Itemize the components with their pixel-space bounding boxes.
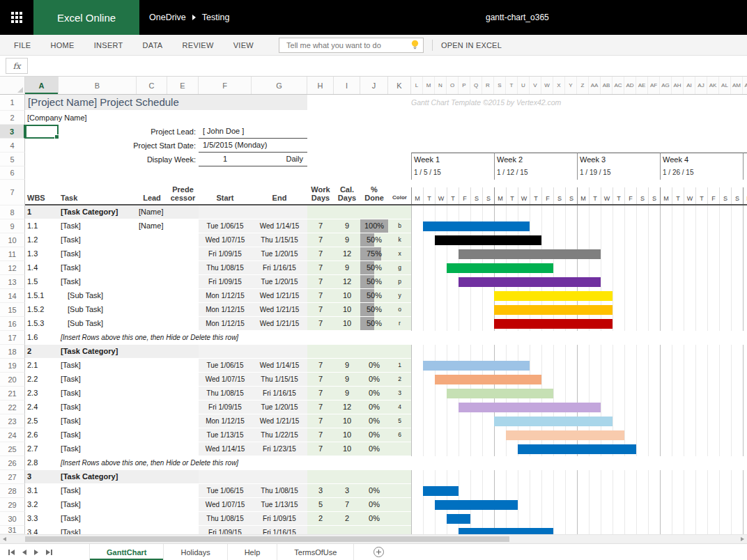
scroll-right-icon[interactable] xyxy=(741,537,744,541)
cell-lead[interactable] xyxy=(137,261,167,274)
cell-task[interactable]: [Task] xyxy=(59,261,137,274)
cell-wbs[interactable]: 3.1 xyxy=(25,484,59,497)
cell-color-code[interactable]: x xyxy=(388,247,411,260)
sheet-tab-help[interactable]: Help xyxy=(228,544,278,560)
column-header-H[interactable]: H xyxy=(307,77,334,94)
column-header-AI[interactable]: AI xyxy=(684,77,695,94)
cell-work-days[interactable]: 7 xyxy=(307,442,334,456)
cell-pct-done[interactable] xyxy=(360,470,388,483)
cell-color-code[interactable] xyxy=(388,470,411,483)
cell-cal-days[interactable] xyxy=(334,526,360,534)
cell-start-date[interactable]: Mon 1/12/15 xyxy=(199,414,252,428)
cell-start-date[interactable]: Mon 1/12/15 xyxy=(199,303,252,316)
row-header-20[interactable]: 20 xyxy=(0,373,25,387)
cell-cal-days[interactable] xyxy=(334,470,360,483)
cell-start-date[interactable]: Tue 1/13/15 xyxy=(199,428,252,442)
cell-wbs[interactable]: 1.3 xyxy=(25,247,59,260)
cell-start-date[interactable]: Thu 1/08/15 xyxy=(199,512,252,525)
cell-task[interactable]: [Task] xyxy=(59,359,137,372)
cell-end-date[interactable]: Fri 1/23/15 xyxy=(252,442,307,456)
cell-predecessor[interactable] xyxy=(167,359,199,372)
cell-lead[interactable] xyxy=(137,512,167,525)
cell-work-days[interactable]: 7 xyxy=(307,317,334,330)
project-start-date-label[interactable]: Project Start Date: xyxy=(59,139,196,153)
fx-button[interactable]: fx xyxy=(6,58,28,74)
cell-pct-done[interactable]: 50% xyxy=(360,289,388,302)
cell-task[interactable]: [Sub Task] xyxy=(59,317,137,330)
row-header-17[interactable]: 17 xyxy=(0,331,25,345)
prev-sheet-icon[interactable] xyxy=(22,550,26,555)
cell-pct-done[interactable]: 100% xyxy=(360,219,388,233)
gantt-bar[interactable] xyxy=(447,389,553,398)
cell-task[interactable]: [Task] xyxy=(59,247,137,260)
column-header-AB[interactable]: AB xyxy=(601,77,613,94)
display-week-value[interactable]: 1Daily xyxy=(199,153,307,166)
column-header-C[interactable]: C xyxy=(137,77,167,94)
row-header-11[interactable]: 11 xyxy=(0,247,25,261)
cell-lead[interactable] xyxy=(137,359,167,372)
cell-lead[interactable] xyxy=(137,317,167,330)
cell-start-date[interactable]: Tue 1/06/15 xyxy=(199,219,252,233)
ribbon-tab-file[interactable]: FILE xyxy=(4,41,40,49)
gantt-bar[interactable] xyxy=(494,291,613,301)
cell-end-date[interactable]: Fri 1/16/15 xyxy=(252,387,307,400)
cell-pct-done[interactable]: 0% xyxy=(360,512,388,525)
cell-start-date[interactable] xyxy=(199,470,252,483)
document-title[interactable]: gantt-chart_o365 xyxy=(486,13,549,22)
row-header-5[interactable]: 5 xyxy=(0,153,25,166)
cell-cal-days[interactable]: 10 xyxy=(334,442,360,456)
cell-lead[interactable] xyxy=(137,442,167,456)
cell-cal-days[interactable]: 9 xyxy=(334,233,360,247)
row-header-4[interactable]: 4 xyxy=(0,139,25,153)
row-header-28[interactable]: 28 xyxy=(0,484,25,498)
cell-end-date[interactable]: Wed 1/21/15 xyxy=(252,289,307,302)
cell-lead[interactable] xyxy=(137,526,167,534)
cell-wbs[interactable]: 3.3 xyxy=(25,512,59,525)
column-header-V[interactable]: V xyxy=(530,77,541,94)
cell-wbs[interactable]: 3 xyxy=(25,470,59,483)
cell-task[interactable]: [Task] xyxy=(59,219,137,233)
cell-cal-days[interactable]: 12 xyxy=(334,247,360,260)
column-header-X[interactable]: X xyxy=(553,77,565,94)
cell-end-date[interactable]: Tue 1/20/15 xyxy=(252,247,307,260)
display-week-mode[interactable]: Daily xyxy=(286,153,303,166)
cell-lead[interactable] xyxy=(137,470,167,483)
cell-predecessor[interactable] xyxy=(167,414,199,428)
column-header-AJ[interactable]: AJ xyxy=(695,77,707,94)
cell-task[interactable]: [Task Category] xyxy=(59,345,137,358)
gantt-bar[interactable] xyxy=(459,277,601,287)
cell-predecessor[interactable] xyxy=(167,470,199,483)
display-week-label[interactable]: Display Week: xyxy=(59,153,196,166)
cell-color-code[interactable]: b xyxy=(388,219,411,233)
sheet-title-cell[interactable]: [Project Name] Project Schedule xyxy=(25,95,307,110)
column-header-K[interactable]: K xyxy=(388,77,411,94)
row-header-2[interactable]: 2 xyxy=(0,111,25,125)
project-start-date-value[interactable]: 1/5/2015 (Monday) xyxy=(199,139,307,153)
cell-pct-done[interactable]: 50% xyxy=(360,275,388,288)
cell-predecessor[interactable] xyxy=(167,275,199,288)
cell-wbs[interactable]: 1.5.2 xyxy=(25,303,59,316)
next-sheet-icon[interactable] xyxy=(34,550,38,555)
row-header-1[interactable]: 1 xyxy=(0,95,25,111)
cell-color-code[interactable]: 5 xyxy=(388,414,411,428)
column-header-I[interactable]: I xyxy=(334,77,360,94)
cell-start-date[interactable]: Wed 1/07/15 xyxy=(199,373,252,386)
cell-end-date[interactable]: Tue 1/20/15 xyxy=(252,275,307,288)
cell-task[interactable]: [Task Category] xyxy=(59,205,137,219)
cell-color-code[interactable]: r xyxy=(388,317,411,330)
cell-task[interactable]: [Task Category] xyxy=(59,470,137,483)
cell-wbs[interactable]: 1.1 xyxy=(25,219,59,233)
column-header-A[interactable]: A xyxy=(25,77,59,94)
column-header-AM[interactable]: AM xyxy=(731,77,743,94)
cell-task[interactable]: [Task] xyxy=(59,512,137,525)
row-header-14[interactable]: 14 xyxy=(0,289,25,303)
ribbon-tab-review[interactable]: REVIEW xyxy=(173,41,224,49)
cell-start-date[interactable]: Fri 1/09/15 xyxy=(199,247,252,260)
cell-work-days[interactable] xyxy=(307,526,334,534)
cell-task[interactable]: [Task] xyxy=(59,414,137,428)
column-header-Z[interactable]: Z xyxy=(577,77,589,94)
cell-cal-days[interactable]: 9 xyxy=(334,359,360,372)
cell-color-code[interactable]: k xyxy=(388,233,411,247)
ribbon-tab-data[interactable]: DATA xyxy=(133,41,173,49)
cell-pct-done[interactable]: 0% xyxy=(360,428,388,442)
